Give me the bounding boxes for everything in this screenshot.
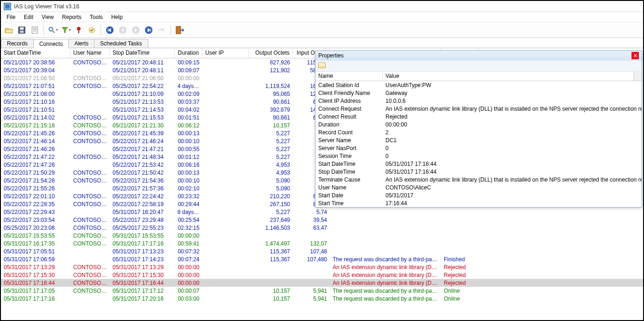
nav-last-button[interactable] [144,25,154,35]
cell-dur: 4 days 0... [175,83,202,89]
cell-start: 05/31/2017 16:17:35 [1,240,70,247]
menu-reports[interactable]: Reports [58,13,85,21]
cell-dur: 00:00:00 [175,233,202,239]
table-row[interactable]: 05/31/2017 17:15:30CONTOSO\AliceC05/31/2… [1,271,643,279]
menu-edit[interactable]: Edit [20,13,37,21]
property-row[interactable]: Connect RequestAn IAS extension dynamic … [316,105,642,113]
property-row[interactable]: Record Count2 [316,128,642,136]
properties-col-name[interactable]: Name [316,72,383,81]
cell-stop: 05/22/2017 21:57:36 [110,185,175,192]
cell-stop: 05/21/2017 21:21:30 [110,122,175,129]
search-button[interactable] [48,25,58,35]
filter-settings-button[interactable] [87,25,97,35]
table-row[interactable]: 05/25/2017 20:23:08CONTOSO\AliceC05/25/2… [1,224,643,232]
table-row[interactable]: 05/31/2017 17:17:1605/31/2017 17:20:1600… [1,295,643,302]
cell-stop: 05/25/2017 22:55:23 [110,225,175,231]
tab-scheduled-tasks[interactable]: Scheduled Tasks [94,39,148,48]
cell-start: 05/22/2017 21:55:26 [1,185,70,192]
cell-res: Finished [441,256,478,263]
property-value: Gateway [383,90,642,96]
menu-tools[interactable]: Tools [86,13,107,21]
property-row[interactable]: Start Time17:16:44 [316,199,642,207]
scrollbar[interactable] [634,72,642,81]
property-row[interactable]: Server NasPort0 [316,144,642,152]
column-header-user[interactable]: User Name [70,48,110,58]
property-row[interactable]: User NameCONTOSO\AliceC [316,183,642,191]
cell-res: Online [441,296,478,302]
menu-view[interactable]: View [38,13,57,21]
cell-user: CONTOSO\AliceC [70,177,110,184]
cell-oct: 1,146,503 [249,225,293,231]
column-header-dur[interactable]: Duration [175,48,202,58]
nav-first-button[interactable] [105,25,115,35]
table-row[interactable]: 05/31/2017 17:16:44CONTOSO\AliceC05/31/2… [1,279,643,287]
categorize-icon[interactable] [318,63,326,68]
property-row[interactable]: Start DateTime05/31/2017 17:16:44 [316,160,642,168]
exit-button[interactable] [175,25,185,35]
property-value: 0 [383,145,642,151]
cell-stop: 05/31/2017 17:13:23 [110,248,175,255]
cell-dur: 00:00:55 [175,146,202,152]
tab-alerts[interactable]: Alerts [68,39,95,48]
property-row[interactable]: Client Friendly NameGateway [316,89,642,97]
menu-help[interactable]: Help [107,13,126,21]
pin-button[interactable] [74,25,84,35]
cell-dur: 00:06:12 [175,122,202,129]
column-header-stop[interactable]: Stop DateTime [110,48,175,58]
table-row[interactable]: 05/31/2017 17:13:29CONTOSO\AliceC05/31/2… [1,263,643,271]
property-name: Server NasPort [316,145,383,151]
column-header-uip[interactable]: User IP [202,48,249,58]
properties-header: Name Value [316,72,642,81]
property-row[interactable]: Terminate CauseAn IAS extension dynamic … [316,176,642,183]
table-row[interactable]: 05/31/2017 17:05:5105/31/2017 17:13:2300… [1,247,643,255]
nav-prev-button[interactable] [118,25,128,35]
tab-connects[interactable]: Connects [33,39,69,48]
cell-stop: 05/22/2017 21:47:21 [110,146,175,152]
cell-start: 05/21/2017 21:10:16 [1,99,70,105]
cell-stop: 05/21/2017 20:48:11 [110,59,175,66]
properties-body[interactable]: Called Station IdUserAuthType:PWClient F… [316,81,642,207]
property-row[interactable]: Start Date05/31/2017 [316,191,642,199]
svg-rect-3 [32,27,38,33]
column-header-oct[interactable]: Output Octets [249,48,293,58]
properties-titlebar[interactable]: Properties ✕ [316,51,642,60]
cell-dur: 00:07:24 [175,256,202,263]
cell-req: The request was discarded by a third-par… [330,256,441,263]
cell-oct: 5,227 [249,138,293,145]
filter-button[interactable] [61,25,71,35]
cell-stop: 05/22/2017 21:54:36 [110,177,175,184]
property-value: Rejected [383,113,642,120]
nav-next-button[interactable] [131,25,141,35]
property-name: Client Friendly Name [316,90,383,96]
svg-rect-2 [20,31,24,33]
table-row[interactable]: 05/31/2017 15:53:55CONTOSO\AliceC05/31/2… [1,232,643,239]
open-button[interactable] [4,25,14,35]
property-row[interactable]: Duration00:00:00 [316,120,642,128]
cell-stop: 05/31/2017 17:20:16 [110,296,175,302]
tab-records[interactable]: Records [1,39,34,48]
cell-stop: 05/22/2017 22:24:42 [110,193,175,200]
save-button[interactable] [17,25,27,35]
properties-col-value[interactable]: Value [383,72,634,81]
property-name: Record Count [316,129,383,136]
table-row[interactable]: 05/22/2017 22:29:4305/31/2017 16:20:478 … [1,208,643,216]
cell-oct: 237,649 [249,217,293,223]
table-row[interactable]: 05/31/2017 17:06:5905/31/2017 17:14:2300… [1,255,643,263]
property-row[interactable]: Called Station IdUserAuthType:PW [316,81,642,89]
property-row[interactable]: Client IP Address10.0.0.6 [316,97,642,105]
property-row[interactable]: Session Time0 [316,152,642,160]
close-icon[interactable]: ✕ [631,52,639,59]
redo-button[interactable] [157,25,167,35]
report-button[interactable] [30,25,40,35]
column-header-start[interactable]: Start DateTime [1,48,70,58]
properties-toolbar [316,60,642,72]
cell-ict: 63,47 [293,225,330,231]
property-row[interactable]: Connect ResultRejected [316,113,642,120]
property-row[interactable]: Server NameDC1 [316,136,642,144]
property-row[interactable]: Stop DateTime05/31/2017 17:16:44 [316,168,642,176]
table-row[interactable]: 05/31/2017 16:17:35CONTOSO\AliceC05/31/2… [1,239,643,247]
menu-file[interactable]: File [3,13,19,21]
table-row[interactable]: 05/31/2017 17:17:05CONTOSO\AliceC05/31/2… [1,287,643,295]
table-row[interactable]: 05/22/2017 23:03:54CONTOSO\AliceC05/22/2… [1,216,643,224]
cell-dur: 00:00:00 [175,75,202,82]
